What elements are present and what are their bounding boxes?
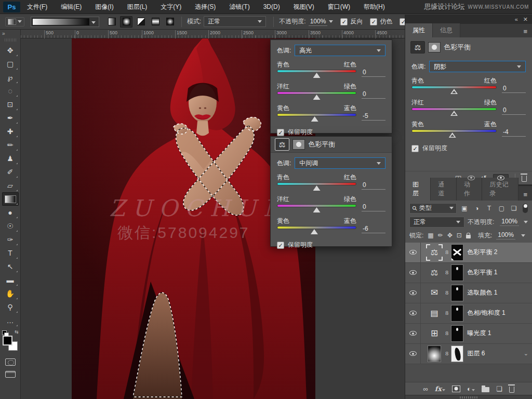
lock-artboard-icon[interactable]: ⊡ <box>457 232 462 239</box>
filtering-toggle[interactable] <box>523 204 528 213</box>
hand-tool[interactable]: ✋ <box>2 287 19 300</box>
mask-link-icon[interactable]: 8 <box>445 249 448 255</box>
layer-thumbnail[interactable] <box>431 248 438 257</box>
preserve-luminosity-checkbox[interactable]: ✓ <box>277 242 284 249</box>
pen-tool[interactable]: ✑ <box>2 233 19 246</box>
gradient-picker-chevron[interactable] <box>89 18 98 25</box>
foreground-color-swatch[interactable] <box>3 336 12 345</box>
filter-shape-layers-icon[interactable]: ▢ <box>497 205 507 212</box>
slider-value-field[interactable]: 0 <box>362 181 385 190</box>
menu-item[interactable]: 图像(I) <box>88 0 120 14</box>
slider-value-field[interactable]: 0 <box>502 85 526 93</box>
move-tool[interactable]: ✥ <box>2 44 19 57</box>
layer-name[interactable]: 色彩平衡 1 <box>467 268 497 277</box>
panel-tab[interactable]: 属性 <box>405 23 433 37</box>
view-previous-state-icon[interactable] <box>468 176 475 180</box>
slider-track[interactable] <box>411 86 497 89</box>
filter-type-layers-icon[interactable]: T <box>485 205 494 212</box>
layer-opacity-value[interactable]: 100% <box>500 218 519 226</box>
brush-tool[interactable]: ✏ <box>2 138 19 152</box>
slider-value-field[interactable]: 0 <box>362 69 385 77</box>
slider-thumb[interactable] <box>313 95 321 100</box>
new-group-icon[interactable] <box>482 387 489 392</box>
panel-menu-icon[interactable]: ≡ <box>518 191 532 201</box>
diamond-gradient-button[interactable] <box>164 16 176 28</box>
layer-name[interactable]: 色相/饱和度 1 <box>467 309 505 317</box>
menu-item[interactable]: 编辑(E) <box>54 0 88 14</box>
angle-gradient-button[interactable] <box>135 16 147 28</box>
tone-select[interactable]: 阴影 <box>429 61 526 72</box>
panel-tab[interactable]: 通道 <box>431 178 456 201</box>
preserve-luminosity-checkbox[interactable]: ✓ <box>277 129 284 136</box>
filter-pixel-layers-icon[interactable]: ▣ <box>460 205 469 212</box>
layer-row[interactable]: 8 色相/饱和度 1 <box>405 303 532 324</box>
layer-visibility-toggle[interactable] <box>405 243 421 262</box>
zoom-tool[interactable]: ⚲ <box>2 300 19 314</box>
blend-mode-select[interactable]: 正常 <box>204 16 266 27</box>
tool-preset-picker[interactable] <box>5 17 24 26</box>
mask-link-icon[interactable]: 8 <box>445 290 448 296</box>
slider-value-field[interactable]: 0 <box>362 203 385 211</box>
mask-link-icon[interactable]: 8 <box>445 330 448 336</box>
layer-thumbnail[interactable] <box>431 269 438 277</box>
panel-menu-icon[interactable]: ≡ <box>518 28 532 37</box>
new-adjustment-layer-icon[interactable]: ◐ <box>467 385 475 393</box>
panel-scrollbar[interactable] <box>405 395 532 399</box>
layer-row-chevron[interactable]: ⌄ <box>524 350 528 357</box>
eraser-tool[interactable]: ▱ <box>2 179 19 192</box>
default-colors-icon[interactable] <box>2 330 7 335</box>
option-checkbox[interactable]: ✓ 仿色 <box>370 17 392 26</box>
slider-track[interactable] <box>277 226 356 229</box>
layer-style-icon[interactable]: fx <box>435 385 445 393</box>
new-layer-icon[interactable]: ❏ <box>496 385 502 393</box>
slider-value-field[interactable]: -5 <box>362 112 385 121</box>
layer-opacity-chevron[interactable] <box>524 221 528 223</box>
rectangular-marquee-tool[interactable]: ▢ <box>2 57 19 71</box>
mask-link-icon[interactable]: 8 <box>445 351 448 356</box>
layer-visibility-toggle[interactable] <box>405 324 421 343</box>
layer-row[interactable]: 8 选取颜色 1 <box>405 283 532 303</box>
layer-mask-thumbnail[interactable] <box>451 264 463 281</box>
layer-row[interactable]: 8 图层 6 ⌄ <box>405 344 532 364</box>
collapse-panels-icon[interactable]: « <box>515 16 518 22</box>
panel-tab[interactable]: 动作 <box>457 178 482 201</box>
slider-track[interactable] <box>277 113 356 116</box>
menu-item[interactable]: 文字(Y) <box>154 0 188 14</box>
slider-value-field[interactable]: -6 <box>362 225 385 233</box>
opacity-value[interactable]: 100% <box>309 18 328 26</box>
slider-thumb[interactable] <box>311 116 318 122</box>
layer-thumbnail[interactable] <box>428 345 441 362</box>
layer-mask-thumbnail[interactable] <box>451 345 463 362</box>
menu-item[interactable]: 视图(V) <box>287 0 321 14</box>
rectangle-shape-tool[interactable]: ▬ <box>2 273 19 287</box>
slider-thumb[interactable] <box>450 111 458 116</box>
fill-value[interactable]: 100% <box>496 231 515 240</box>
layer-mask-thumbnail[interactable] <box>451 325 463 342</box>
blur-tool[interactable]: ● <box>2 206 19 219</box>
layer-filter-select[interactable]: ⚲ 类型 <box>409 203 457 214</box>
spot-healing-brush-tool[interactable]: ✚ <box>2 125 19 138</box>
reflected-gradient-button[interactable] <box>149 16 162 28</box>
link-layers-icon[interactable]: ∞ <box>423 385 428 393</box>
dodge-tool[interactable]: ☉ <box>2 219 19 233</box>
slider-value-field[interactable]: 0 <box>362 90 385 99</box>
layer-name[interactable]: 选取颜色 1 <box>467 288 497 297</box>
layer-name[interactable]: 图层 6 <box>467 349 485 358</box>
layer-visibility-toggle[interactable] <box>405 344 421 364</box>
slider-track[interactable] <box>277 204 356 207</box>
layer-visibility-toggle[interactable] <box>405 283 421 303</box>
layer-visibility-toggle[interactable] <box>405 263 421 283</box>
menu-item[interactable]: 图层(L) <box>121 0 154 14</box>
slider-value-field[interactable]: -4 <box>502 128 526 137</box>
slider-track[interactable] <box>277 182 356 185</box>
filter-smart-objects-icon[interactable]: ❏ <box>509 205 518 212</box>
tone-select[interactable]: 中间调 <box>295 157 385 169</box>
lock-transparent-pixels-icon[interactable]: ▦ <box>428 232 433 239</box>
mask-link-icon[interactable]: 8 <box>445 310 448 316</box>
panel-tab[interactable]: 历史记录 <box>482 178 518 201</box>
layer-name[interactable]: 色彩平衡 2 <box>467 248 497 257</box>
layer-row[interactable]: 8 色彩平衡 2 <box>405 243 532 263</box>
slider-thumb[interactable] <box>313 73 321 78</box>
edit-toolbar-menu[interactable]: … <box>2 314 19 327</box>
slider-thumb[interactable] <box>449 132 456 138</box>
